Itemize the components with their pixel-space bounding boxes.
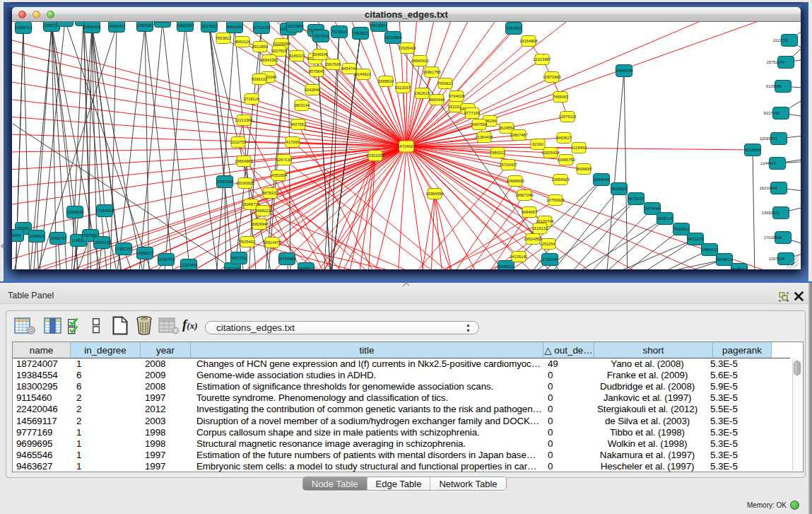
svg-text:7986322: 7986322	[490, 151, 505, 155]
svg-text:10025438: 10025438	[541, 151, 559, 155]
svg-text:12093872: 12093872	[760, 136, 777, 141]
svg-text:2718126: 2718126	[244, 97, 259, 101]
svg-text:1644095: 1644095	[594, 177, 609, 182]
svg-text:8186323: 8186323	[289, 54, 305, 58]
svg-text:10807487: 10807487	[510, 133, 527, 137]
svg-text:62160: 62160	[532, 142, 543, 146]
svg-text:8471676: 8471676	[688, 237, 703, 241]
svg-text:9435627: 9435627	[298, 267, 314, 269]
svg-text:7663821: 7663821	[353, 31, 368, 35]
svg-text:1615132: 1615132	[532, 226, 548, 230]
svg-text:9396102: 9396102	[252, 77, 267, 81]
svg-text:9129966: 9129966	[766, 84, 782, 88]
svg-text:252254: 252254	[542, 242, 555, 246]
svg-text:1010755: 1010755	[230, 140, 246, 144]
svg-text:14353594: 14353594	[269, 173, 287, 177]
svg-text:10756928: 10756928	[546, 198, 564, 202]
svg-text:13692971: 13692971	[762, 211, 779, 215]
svg-text:10553267: 10553267	[136, 23, 153, 28]
svg-text:6679197: 6679197	[628, 197, 644, 201]
svg-text:7663822: 7663822	[216, 36, 231, 40]
svg-text:3624554: 3624554	[499, 126, 514, 130]
svg-text:9777169: 9777169	[464, 111, 480, 115]
svg-text:20553346: 20553346	[216, 180, 233, 184]
svg-text:7357224: 7357224	[313, 34, 329, 38]
svg-text:3498222: 3498222	[255, 209, 271, 213]
svg-text:1244415: 1244415	[760, 161, 776, 165]
svg-text:9115460: 9115460	[571, 146, 587, 150]
svg-text:16809948: 16809948	[250, 222, 268, 226]
svg-text:1112753: 1112753	[773, 38, 788, 42]
svg-text:19654983: 19654983	[235, 159, 252, 163]
svg-text:13495759: 13495759	[557, 158, 575, 162]
svg-text:17016504: 17016504	[764, 235, 782, 240]
svg-text:12342737: 12342737	[49, 236, 66, 240]
svg-text:9446561: 9446561	[498, 264, 514, 269]
svg-text:13654923: 13654923	[551, 177, 569, 182]
svg-text:1362615: 1362615	[414, 91, 430, 95]
svg-text:7632621: 7632621	[673, 227, 689, 231]
svg-text:8813054: 8813054	[371, 23, 387, 28]
svg-text:16648784: 16648784	[615, 69, 632, 73]
svg-text:10719155: 10719155	[252, 25, 270, 30]
svg-text:7485063: 7485063	[553, 95, 568, 99]
svg-text:8878332: 8878332	[262, 191, 278, 195]
svg-text:16033809: 16033809	[286, 24, 303, 28]
svg-text:1527602: 1527602	[201, 24, 217, 28]
svg-text:19218506: 19218506	[384, 35, 401, 40]
svg-text:13325419: 13325419	[398, 46, 416, 50]
svg-text:9227342: 9227342	[764, 111, 779, 115]
svg-text:1156829: 1156829	[29, 234, 45, 238]
svg-text:20691406: 20691406	[83, 25, 100, 29]
svg-text:8454749: 8454749	[341, 66, 357, 71]
svg-text:9327503: 9327503	[271, 49, 287, 53]
svg-text:12213967: 12213967	[533, 57, 551, 62]
svg-text:8660124: 8660124	[235, 40, 250, 44]
svg-text:1932346: 1932346	[225, 267, 240, 269]
svg-text:9463627: 9463627	[556, 136, 572, 140]
svg-text:18051406: 18051406	[56, 22, 73, 23]
svg-text:417006: 417006	[286, 140, 300, 144]
svg-text:2087662: 2087662	[506, 26, 522, 30]
svg-text:19166825: 19166825	[236, 181, 254, 185]
svg-text:10653287: 10653287	[153, 22, 171, 23]
svg-text:2546546: 2546546	[312, 52, 328, 57]
svg-text:2935114: 2935114	[657, 216, 673, 221]
svg-text:18724007: 18724007	[397, 144, 415, 148]
svg-text:6497568: 6497568	[471, 122, 487, 127]
svg-text:14055724: 14055724	[14, 25, 32, 30]
svg-text:19384554: 19384554	[425, 192, 443, 196]
svg-text:7515524: 7515524	[331, 30, 347, 34]
svg-text:18640910: 18640910	[411, 59, 428, 63]
svg-text:9084067: 9084067	[522, 210, 537, 214]
svg-text:16154808: 16154808	[519, 39, 537, 43]
svg-text:16210643: 16210643	[760, 186, 777, 190]
svg-text:2967608: 2967608	[325, 62, 341, 66]
svg-text:15751074: 15751074	[767, 60, 784, 64]
svg-text:17957255: 17957255	[114, 247, 132, 251]
svg-text:21364436: 21364436	[475, 135, 493, 139]
svg-text:12975115: 12975115	[559, 115, 577, 119]
svg-text:1733426: 1733426	[542, 257, 558, 262]
svg-text:17359924: 17359924	[95, 209, 113, 213]
svg-text:10653267: 10653267	[176, 23, 194, 28]
svg-text:7955812: 7955812	[437, 81, 453, 86]
svg-text:7625402: 7625402	[240, 240, 255, 244]
svg-text:9857791: 9857791	[231, 256, 247, 260]
svg-text:19524851: 19524851	[524, 237, 541, 241]
svg-text:8990448: 8990448	[429, 98, 445, 102]
svg-text:8575645: 8575645	[309, 69, 324, 74]
svg-text:15716485: 15716485	[278, 257, 295, 261]
svg-text:23302035: 23302035	[366, 153, 384, 158]
svg-text:10958107: 10958107	[136, 251, 153, 255]
svg-text:3267130: 3267130	[276, 158, 292, 162]
svg-text:14136141: 14136141	[510, 255, 527, 259]
svg-text:9699695: 9699695	[576, 167, 592, 171]
svg-text:15720407: 15720407	[499, 163, 517, 167]
svg-text:8215958: 8215958	[745, 148, 760, 152]
svg-text:16961758: 16961758	[423, 70, 440, 74]
svg-text:12213369: 12213369	[235, 118, 252, 122]
svg-text:8427552: 8427552	[290, 122, 306, 127]
svg-text:10688609: 10688609	[506, 179, 524, 183]
svg-text:18907249: 18907249	[515, 193, 533, 197]
